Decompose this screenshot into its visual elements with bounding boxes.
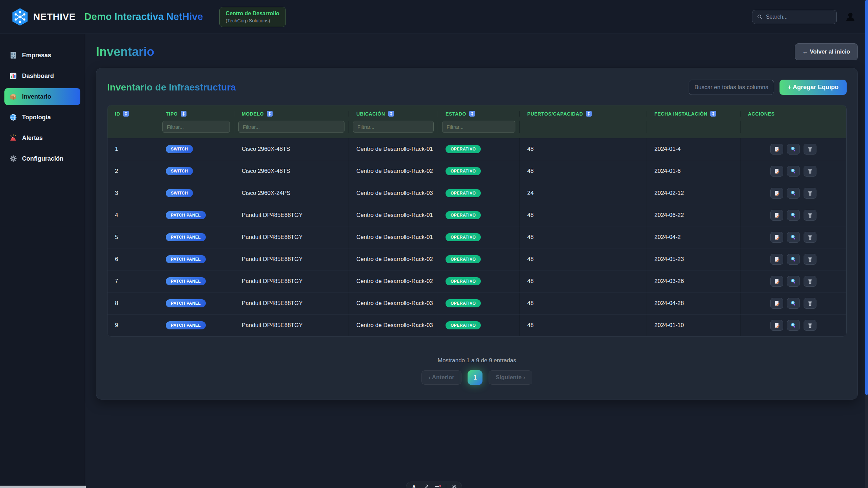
- add-equipment-button[interactable]: + Agregar Equipo: [780, 80, 847, 95]
- column-header-puertos[interactable]: PUERTOS/CAPACIDAD: [520, 111, 647, 117]
- view-button[interactable]: [787, 276, 800, 287]
- column-header-fecha[interactable]: FECHA INSTALACIÓN: [647, 111, 741, 117]
- view-button[interactable]: [787, 188, 800, 199]
- font-size-button[interactable]: A: [410, 484, 418, 488]
- filter-input-modelo[interactable]: [238, 121, 344, 133]
- card-title: Inventario de Infraestructura: [107, 82, 236, 93]
- sidebar-item-empresas[interactable]: Empresas: [4, 47, 80, 64]
- package-icon: [9, 93, 17, 101]
- cell-id: 8: [107, 292, 158, 314]
- next-page-button[interactable]: Siguiente ›: [489, 370, 532, 385]
- view-button[interactable]: [787, 144, 800, 155]
- sort-icon[interactable]: [388, 111, 394, 117]
- user-avatar-icon[interactable]: [844, 11, 856, 23]
- delete-button[interactable]: [804, 210, 816, 221]
- view-button[interactable]: [787, 320, 800, 331]
- cell-fecha: 2024-03-26: [647, 270, 741, 292]
- table-global-search-input[interactable]: [689, 80, 774, 95]
- delete-button[interactable]: [804, 232, 816, 243]
- cell-tipo: PATCH PANEL: [158, 292, 234, 314]
- sort-icon[interactable]: [469, 111, 475, 117]
- magnifier-icon: [790, 322, 796, 328]
- view-button[interactable]: [787, 298, 800, 309]
- column-header-id[interactable]: ID: [107, 111, 158, 117]
- settings-sliders-button[interactable]: [434, 484, 442, 488]
- sidebar-item-topologia[interactable]: Topología: [4, 109, 80, 126]
- globe-icon: [9, 113, 17, 121]
- type-badge: PATCH PANEL: [166, 255, 206, 263]
- edit-button[interactable]: [770, 320, 783, 331]
- pen-tool-button[interactable]: [422, 484, 431, 488]
- view-button[interactable]: [787, 232, 800, 243]
- filter-cell-estado: [438, 121, 520, 133]
- status-badge: OPERATIVO: [446, 321, 481, 329]
- search-input[interactable]: [766, 14, 832, 20]
- filter-input-estado[interactable]: [442, 121, 515, 133]
- cell-puertos: 48: [520, 292, 647, 314]
- column-header-estado[interactable]: ESTADO: [438, 111, 520, 117]
- toolbar-divider: [446, 484, 446, 488]
- column-header-modelo[interactable]: MODELO: [234, 111, 349, 117]
- edit-button[interactable]: [770, 144, 783, 155]
- sort-icon[interactable]: [710, 111, 716, 117]
- cell-modelo: Panduit DP485E88TGY: [234, 248, 349, 270]
- cell-estado: OPERATIVO: [438, 138, 520, 160]
- sidebar-item-alertas[interactable]: Alertas: [4, 129, 80, 146]
- cell-estado: OPERATIVO: [438, 292, 520, 314]
- view-button[interactable]: [787, 210, 800, 221]
- cell-puertos: 48: [520, 138, 647, 160]
- delete-button[interactable]: [804, 320, 816, 331]
- back-to-home-button[interactable]: ← Volver al inicio: [795, 43, 858, 60]
- edit-button[interactable]: [770, 254, 783, 265]
- org-name: Centro de Desarrollo: [226, 11, 279, 17]
- cell-tipo: PATCH PANEL: [158, 226, 234, 248]
- inventory-table: ID TIPO MODELO UBICACIÓN: [107, 105, 847, 337]
- cell-modelo: Cisco 2960X-48TS: [234, 160, 349, 182]
- sidebar-item-configuracion[interactable]: Configuración: [4, 150, 80, 167]
- cell-modelo: Panduit DP485E88TGY: [234, 226, 349, 248]
- column-header-tipo[interactable]: TIPO: [158, 111, 234, 117]
- sort-icon[interactable]: [181, 111, 186, 117]
- pen-icon: [423, 484, 429, 488]
- sort-icon[interactable]: [123, 111, 129, 117]
- delete-button[interactable]: [804, 144, 816, 155]
- sidebar-item-inventario[interactable]: Inventario: [4, 88, 80, 105]
- global-search-box: [752, 10, 837, 24]
- delete-button[interactable]: [804, 298, 816, 309]
- vertical-scrollbar-thumb[interactable]: [865, 0, 868, 395]
- edit-button[interactable]: [770, 276, 783, 287]
- cell-tipo: PATCH PANEL: [158, 314, 234, 336]
- cell-ubicacion: Centro de Desarrollo-Rack-03: [349, 292, 438, 314]
- horizontal-scrollbar[interactable]: [0, 486, 86, 488]
- column-header-ubicacion[interactable]: UBICACIÓN: [349, 111, 438, 117]
- sort-icon[interactable]: [586, 111, 592, 117]
- delete-button[interactable]: [804, 254, 816, 265]
- cell-estado: OPERATIVO: [438, 182, 520, 204]
- sort-icon[interactable]: [267, 111, 273, 117]
- cell-ubicacion: Centro de Desarrollo-Rack-01: [349, 226, 438, 248]
- delete-button[interactable]: [804, 188, 816, 199]
- filter-input-ubicacion[interactable]: [353, 121, 434, 133]
- memo-edit-icon: [774, 278, 780, 284]
- edit-button[interactable]: [770, 210, 783, 221]
- edit-button[interactable]: [770, 298, 783, 309]
- sidebar-item-dashboard[interactable]: Dashboard: [4, 67, 80, 84]
- cell-acciones: [741, 226, 846, 248]
- edit-button[interactable]: [770, 166, 783, 177]
- view-button[interactable]: [787, 254, 800, 265]
- magnifier-icon: [790, 168, 796, 174]
- delete-button[interactable]: [804, 166, 816, 177]
- memo-edit-icon: [774, 146, 780, 152]
- current-page-button[interactable]: 1: [468, 370, 482, 385]
- view-button[interactable]: [787, 166, 800, 177]
- filter-input-tipo[interactable]: [162, 121, 230, 133]
- toolbar-gear-button[interactable]: [450, 484, 458, 488]
- memo-edit-icon: [774, 322, 780, 328]
- delete-button[interactable]: [804, 276, 816, 287]
- pagination-summary: Mostrando 1 a 9 de 9 entradas: [107, 357, 847, 364]
- previous-page-button[interactable]: ‹ Anterior: [421, 370, 461, 385]
- edit-button[interactable]: [770, 232, 783, 243]
- cell-ubicacion: Centro de Desarrollo-Rack-03: [349, 182, 438, 204]
- edit-button[interactable]: [770, 188, 783, 199]
- type-badge: SWITCH: [166, 167, 193, 175]
